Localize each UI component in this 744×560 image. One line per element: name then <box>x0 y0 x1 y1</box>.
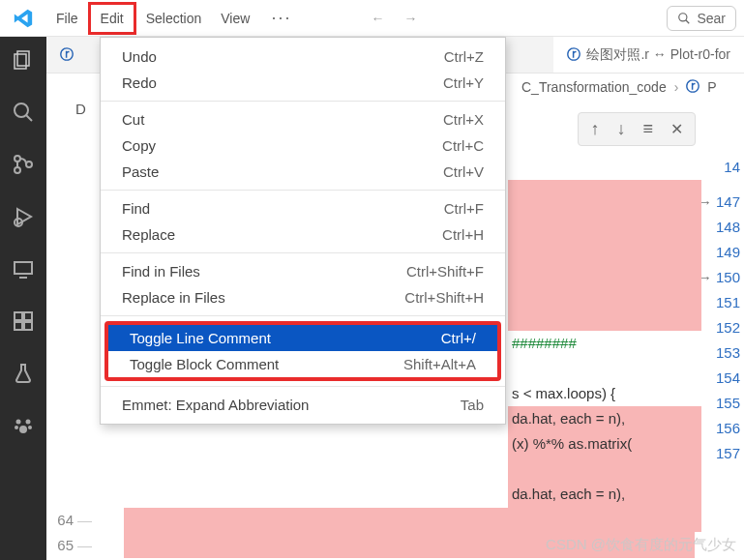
svg-line-1 <box>686 19 690 23</box>
svg-point-17 <box>16 420 21 425</box>
line-gutter-left: 64— 65— <box>46 508 101 558</box>
svg-rect-11 <box>15 262 32 274</box>
extensions-icon[interactable] <box>10 308 37 335</box>
tab-left[interactable]: ⓡ <box>46 37 100 73</box>
svg-point-19 <box>15 426 18 429</box>
menu-selection[interactable]: Selection <box>136 5 212 32</box>
menu-undo[interactable]: UndoCtrl+Z <box>101 44 505 70</box>
menu-emmet[interactable]: Emmet: Expand AbbreviationTab <box>101 392 505 418</box>
diff-nav-toolbar: ↑ ↓ ≡ ✕ <box>578 112 696 146</box>
search-label: Sear <box>697 11 726 26</box>
menu-overflow[interactable]: ··· <box>259 2 303 34</box>
nav-back-icon[interactable]: ← <box>371 11 384 26</box>
r-file-icon: ⓡ <box>567 46 580 64</box>
svg-marker-9 <box>17 209 31 224</box>
menu-toggle-block-comment[interactable]: Toggle Block CommentShift+Alt+A <box>108 351 497 377</box>
menu-copy[interactable]: CopyCtrl+C <box>101 133 505 159</box>
editor-area[interactable]: ######## s < max.loops) { da.hat, each =… <box>508 155 701 560</box>
menu-bar: File Edit Selection View ··· ← → Sear <box>0 0 744 37</box>
svg-point-4 <box>15 103 28 117</box>
menu-cut[interactable]: CutCtrl+X <box>101 106 505 133</box>
svg-point-21 <box>19 426 27 433</box>
highlight-box: Toggle Line CommentCtrl+/ Toggle Block C… <box>104 321 501 381</box>
menu-replace[interactable]: ReplaceCtrl+H <box>101 221 505 248</box>
menu-replace-in-files[interactable]: Replace in FilesCtrl+Shift+H <box>101 284 505 310</box>
watermark: CSDN @饮食有度的元气少女 <box>546 536 736 554</box>
r-file-icon: ⓡ <box>60 46 74 64</box>
run-debug-icon[interactable] <box>10 203 37 230</box>
line-gutter-right: 14 →147 148 149 →150 151 152 153 154 155… <box>701 155 744 466</box>
svg-rect-13 <box>15 312 22 320</box>
menu-edit[interactable]: Edit <box>88 2 136 35</box>
source-control-icon[interactable] <box>10 151 37 178</box>
search-icon[interactable] <box>10 99 37 126</box>
r-file-icon: ⓡ <box>686 78 699 96</box>
next-change-icon[interactable]: ↓ <box>616 119 625 139</box>
menu-toggle-line-comment[interactable]: Toggle Line CommentCtrl+/ <box>108 325 497 351</box>
edit-dropdown-menu: UndoCtrl+Z RedoCtrl+Y CutCtrl+X CopyCtrl… <box>100 37 506 425</box>
menu-find-in-files[interactable]: Find in FilesCtrl+Shift+F <box>101 258 505 284</box>
svg-rect-14 <box>24 312 32 320</box>
explorer-icon[interactable] <box>10 46 37 74</box>
svg-rect-15 <box>15 322 22 330</box>
tab-diff[interactable]: ⓡ 绘图对照.r ↔ Plot-r0-for <box>553 37 744 73</box>
close-icon[interactable]: ✕ <box>670 120 683 138</box>
svg-point-6 <box>15 156 20 162</box>
svg-line-5 <box>26 115 32 121</box>
prev-change-icon[interactable]: ↑ <box>590 119 599 139</box>
flask-icon[interactable] <box>10 360 37 387</box>
vscode-logo-icon <box>0 8 46 29</box>
svg-point-7 <box>15 167 20 173</box>
paw-icon[interactable] <box>10 412 37 439</box>
list-changes-icon[interactable]: ≡ <box>642 119 653 139</box>
menu-view[interactable]: View <box>211 5 259 32</box>
nav-forward-icon[interactable]: → <box>403 11 417 26</box>
menu-redo[interactable]: RedoCtrl+Y <box>101 70 505 96</box>
tab-label: 绘图对照.r ↔ Plot-r0-for <box>586 46 730 64</box>
svg-point-20 <box>28 426 32 429</box>
search-icon <box>677 12 691 25</box>
svg-rect-16 <box>24 322 32 330</box>
menu-find[interactable]: FindCtrl+F <box>101 195 505 221</box>
svg-point-18 <box>26 420 31 425</box>
svg-point-0 <box>679 13 687 20</box>
remote-icon[interactable] <box>10 255 37 282</box>
breadcrumb[interactable]: C_Transformation_code › ⓡ P <box>508 74 744 101</box>
tab-left-letter: D <box>75 101 86 117</box>
activity-bar <box>0 37 46 560</box>
menu-paste[interactable]: PasteCtrl+V <box>101 159 505 185</box>
search-box[interactable]: Sear <box>667 6 736 31</box>
menu-file[interactable]: File <box>46 5 88 32</box>
